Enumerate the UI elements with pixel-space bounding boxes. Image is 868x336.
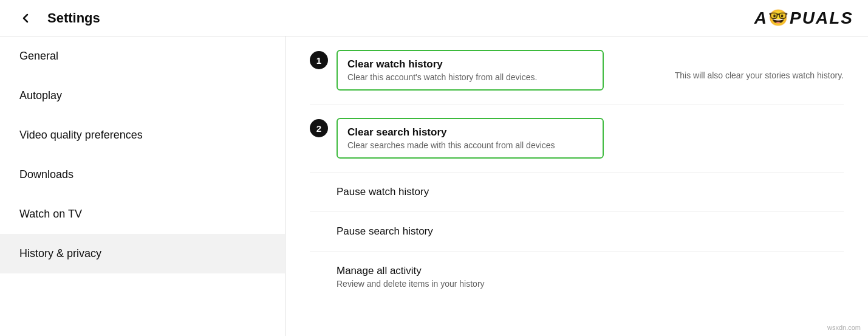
sidebar-item-general[interactable]: General [0,36,285,76]
watermark: wsxdn.com [827,324,861,331]
clear-watch-history-subtitle: Clear this account's watch history from … [347,72,593,82]
pause-search-history-content: Pause search history [310,225,433,238]
clear-watch-history-extra: This will also clear your stories watch … [675,70,844,80]
pause-search-history-title: Pause search history [337,225,433,238]
sidebar-item-watch-on-tv[interactable]: Watch on TV [0,194,285,234]
clear-search-history-content: Clear search history Clear searches made… [337,118,844,159]
manage-all-activity-title: Manage all activity [337,265,485,277]
manage-all-activity-content: Manage all activity Review and delete it… [310,265,485,289]
content-area: 1 Clear watch history Clear this account… [285,36,868,336]
sidebar-item-downloads[interactable]: Downloads [0,155,285,194]
sidebar: General Autoplay Video quality preferenc… [0,36,285,336]
badge-2: 2 [310,119,328,137]
sidebar-item-video-quality[interactable]: Video quality preferences [0,115,285,155]
clear-watch-history-title: Clear watch history [347,58,593,70]
clear-watch-history-box: Clear watch history Clear this account's… [337,50,604,91]
page-title: Settings [47,10,100,26]
pause-watch-history-row[interactable]: Pause watch history [310,173,844,212]
clear-watch-history-row[interactable]: 1 Clear watch history Clear this account… [310,36,844,105]
sidebar-item-history-privacy[interactable]: History & privacy [0,234,285,273]
pause-search-history-row[interactable]: Pause search history [310,212,844,252]
pause-watch-history-title: Pause watch history [337,186,429,198]
brand-rest: PUALS [790,9,853,28]
manage-all-activity-subtitle: Review and delete items in your history [337,279,485,289]
brand-a-letter: A [754,9,768,28]
pause-watch-history-content: Pause watch history [310,186,429,198]
header: Settings A 🤓 PUALS [0,0,868,36]
clear-search-history-subtitle: Clear searches made with this account fr… [347,140,593,150]
clear-search-history-title: Clear search history [347,126,593,139]
brand-logo: A 🤓 PUALS [754,9,853,28]
clear-watch-history-content: Clear watch history Clear this account's… [337,50,669,91]
sidebar-item-autoplay[interactable]: Autoplay [0,76,285,115]
back-button[interactable] [15,7,36,29]
manage-all-activity-row[interactable]: Manage all activity Review and delete it… [310,252,844,302]
clear-search-history-row[interactable]: 2 Clear search history Clear searches ma… [310,105,844,173]
badge-1: 1 [310,51,328,69]
brand-icon: 🤓 [768,9,789,27]
clear-search-history-box: Clear search history Clear searches made… [337,118,604,159]
main-layout: General Autoplay Video quality preferenc… [0,36,868,336]
